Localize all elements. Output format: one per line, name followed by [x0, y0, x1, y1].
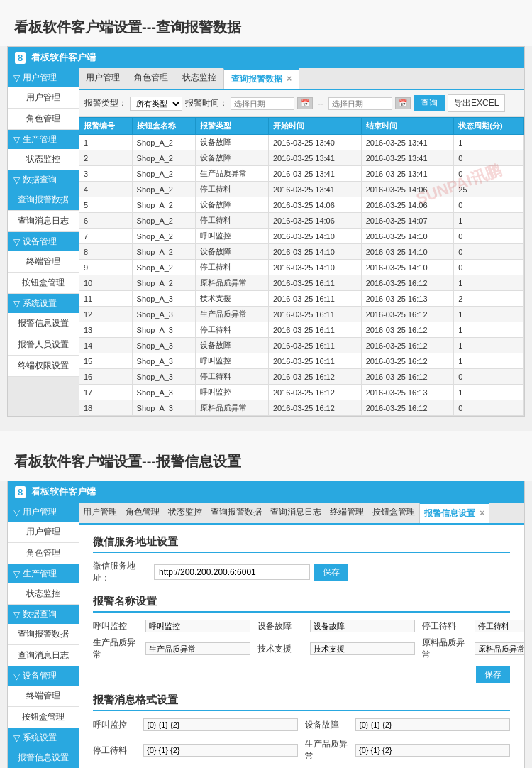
- tab-bar-1: 用户管理 角色管理 状态监控 查询报警数据 ×: [79, 68, 524, 90]
- wechat-save-button[interactable]: 保存: [314, 564, 348, 581]
- sidebar-item-buttonbox-2[interactable]: 按钮盒管理: [8, 707, 79, 728]
- tab-rolemgmt-2[interactable]: 角色管理: [121, 503, 164, 523]
- chevron-down-icon: ▽: [13, 610, 20, 620]
- alarm-name-item-4: 技术支援: [257, 637, 415, 661]
- sidebar-section-user-1[interactable]: ▽ 用户管理: [8, 68, 79, 87]
- sidebar-item-statusmon-2[interactable]: 状态监控: [8, 583, 79, 605]
- alarm-name-item-2: 停工待料: [422, 620, 524, 632]
- sidebar-item-alarminfo-2[interactable]: 报警信息设置: [8, 747, 79, 768]
- alarm-input-4[interactable]: [310, 642, 415, 655]
- table-row: 8Shop_A_2设备故障2016-03-25 14:102016-03-25 …: [79, 244, 524, 260]
- alarm-name-item-5: 原料品质异常: [422, 637, 524, 661]
- sidebar-item-queryalarm-1[interactable]: 查询报警数据: [8, 190, 79, 211]
- end-date-input[interactable]: [328, 97, 392, 110]
- sidebar-section-user-2[interactable]: ▽ 用户管理: [8, 503, 79, 522]
- sidebar-section-data-2[interactable]: ▽ 数据查询: [8, 605, 79, 624]
- chevron-down-icon: ▽: [13, 569, 20, 579]
- tab-statusmon-1[interactable]: 状态监控: [175, 68, 223, 89]
- sidebar-section-prod-2[interactable]: ▽ 生产管理: [8, 564, 79, 583]
- sidebar-item-statusmon-1[interactable]: 状态监控: [8, 149, 79, 170]
- table-row: 10Shop_A_2原料品质异常2016-03-25 16:112016-03-…: [79, 275, 524, 291]
- start-date-input[interactable]: [231, 97, 294, 110]
- close-icon-2[interactable]: ×: [480, 508, 484, 518]
- alarm-input-1[interactable]: [310, 620, 415, 632]
- app-name-2: 看板软件客户端: [31, 486, 96, 498]
- format-input-3[interactable]: [355, 744, 510, 757]
- table-row: 14Shop_A_3设备故障2016-03-25 16:112016-03-25…: [79, 338, 524, 353]
- table-row: 15Shop_A_3呼叫监控2016-03-25 16:112016-03-25…: [79, 353, 524, 369]
- sidebar-section-device-1[interactable]: ▽ 设备管理: [8, 232, 79, 251]
- tab-queryalarm-2[interactable]: 查询报警数据: [206, 503, 266, 523]
- sidebar-section-data-1[interactable]: ▽ 数据查询: [8, 170, 79, 190]
- col-header-start: 开始时间: [268, 118, 361, 135]
- format-input-1[interactable]: [355, 718, 510, 731]
- format-input-2[interactable]: [143, 744, 298, 757]
- close-icon[interactable]: ×: [287, 74, 292, 84]
- sidebar-section-prod-1[interactable]: ▽ 生产管理: [8, 130, 79, 149]
- alarm-format-grid: 呼叫监控 设备故障 停工待料 生产品质异常: [93, 718, 510, 768]
- tab-statusmon-2[interactable]: 状态监控: [164, 503, 206, 523]
- table-row: 12Shop_A_3生产品质异常2016-03-25 16:112016-03-…: [79, 307, 524, 322]
- sidebar-item-terminal-2[interactable]: 终端管理: [8, 686, 79, 707]
- sidebar-item-terminal-1[interactable]: 终端管理: [8, 251, 79, 273]
- app-logo-1: 8: [15, 52, 26, 64]
- sidebar-section-sys-2[interactable]: ▽ 系统设置: [8, 728, 79, 747]
- alarm-name-item-0: 呼叫监控: [93, 620, 250, 632]
- tab-buttonbox-2[interactable]: 按钮盒管理: [368, 503, 419, 523]
- sidebar-item-queryalarm-2[interactable]: 查询报警数据: [8, 624, 79, 645]
- alarm-input-5[interactable]: [475, 642, 524, 655]
- main-content-1: 用户管理 角色管理 状态监控 查询报警数据 × 报警类型： 所有类型 报警时间：…: [79, 68, 524, 416]
- tab-terminal-2[interactable]: 终端管理: [326, 503, 368, 523]
- alarm-input-2[interactable]: [475, 620, 524, 632]
- wechat-input[interactable]: [154, 564, 310, 580]
- tab-queryalarm-1[interactable]: 查询报警数据 ×: [223, 68, 299, 89]
- sidebar-item-terminalperm-1[interactable]: 终端权限设置: [8, 356, 79, 377]
- calendar-icon[interactable]: 📅: [297, 97, 313, 109]
- chevron-down-icon: ▽: [13, 135, 20, 145]
- sidebar-item-querylog-2[interactable]: 查询消息日志: [8, 645, 79, 666]
- alarm-name-item-3: 生产品质异常: [93, 637, 250, 661]
- sidebar-item-usermgmt-1[interactable]: 用户管理: [8, 87, 79, 109]
- alarm-format-title: 报警消息格式设置: [93, 693, 510, 711]
- format-label-1: 设备故障: [305, 719, 351, 731]
- sidebar-item-rolemgmt-1[interactable]: 角色管理: [8, 109, 79, 130]
- sidebar-section-device-2[interactable]: ▽ 设备管理: [8, 666, 79, 686]
- table-row: 16Shop_A_3停工待料2016-03-25 16:122016-03-25…: [79, 369, 524, 385]
- main-content-2: 用户管理 角色管理 状态监控 查询报警数据 查询消息日志 终端管理 按钮盒管理 …: [79, 503, 524, 768]
- sidebar-item-querylog-1[interactable]: 查询消息日志: [8, 211, 79, 232]
- col-header-id: 报警编号: [79, 118, 133, 135]
- alarm-label-0: 呼叫监控: [93, 620, 143, 632]
- alarm-input-3[interactable]: [145, 642, 250, 655]
- format-input-0[interactable]: [143, 718, 298, 731]
- tab-usermgmt-1[interactable]: 用户管理: [79, 68, 127, 89]
- sidebar-2: ▽ 用户管理 用户管理 角色管理 ▽ 生产管理 状态监控 ▽ 数据查询 查询报警…: [8, 503, 79, 768]
- calendar-icon-2[interactable]: 📅: [395, 97, 411, 109]
- export-button-1[interactable]: 导出EXCEL: [448, 94, 505, 112]
- sidebar-item-buttonbox-1[interactable]: 按钮盒管理: [8, 273, 79, 294]
- page2-title: 看板软件客户端设置---报警信息设置: [14, 445, 518, 477]
- tab-querylog-2[interactable]: 查询消息日志: [266, 503, 326, 523]
- settings-content: 微信服务地址设置 微信服务地址： 保存 报警名称设置 呼叫监控: [79, 525, 524, 768]
- table-row: 5Shop_A_2设备故障2016-03-25 14:062016-03-25 …: [79, 197, 524, 213]
- alarm-name-save-button[interactable]: 保存: [476, 666, 510, 683]
- tab-usermgmt-2[interactable]: 用户管理: [79, 503, 121, 523]
- wechat-title: 微信服务地址设置: [93, 535, 510, 553]
- sidebar-item-usermgmt-2[interactable]: 用户管理: [8, 522, 79, 543]
- alarm-name-item-1: 设备故障: [257, 620, 415, 632]
- tab-alarminfo-2[interactable]: 报警信息设置 ×: [419, 503, 489, 523]
- chevron-down-icon: ▽: [13, 671, 20, 681]
- query-button-1[interactable]: 查询: [414, 95, 445, 111]
- format-item-1: 设备故障: [305, 718, 510, 731]
- format-label-2: 停工待料: [93, 745, 139, 757]
- alarm-input-0[interactable]: [145, 620, 250, 632]
- type-select[interactable]: 所有类型: [130, 97, 182, 111]
- alarm-table-container: 报警编号 按钮盒名称 报警类型 开始时间 结束时间 状态周期(分) 1Shop_…: [79, 117, 524, 416]
- tab-rolemgmt-1[interactable]: 角色管理: [127, 68, 175, 89]
- sidebar-item-rolemgmt-2[interactable]: 角色管理: [8, 543, 79, 564]
- table-row: 2Shop_A_2设备故障2016-03-25 13:412016-03-25 …: [79, 150, 524, 166]
- col-header-type: 报警类型: [195, 118, 268, 135]
- sidebar-section-sys-1[interactable]: ▽ 系统设置: [8, 294, 79, 313]
- sidebar-1: ▽ 用户管理 用户管理 角色管理 ▽ 生产管理 状态监控 ▽ 数据查询 查询报警…: [8, 68, 79, 416]
- sidebar-item-alarminfo-1[interactable]: 报警信息设置: [8, 313, 79, 334]
- sidebar-item-alarmperson-1[interactable]: 报警人员设置: [8, 334, 79, 356]
